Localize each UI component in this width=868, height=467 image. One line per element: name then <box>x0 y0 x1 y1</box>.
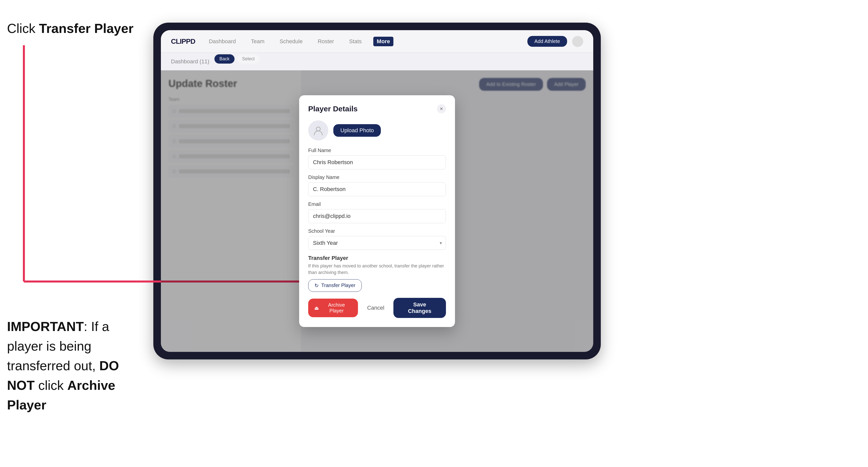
display-name-label: Display Name <box>308 175 446 180</box>
nav-item-team[interactable]: Team <box>247 37 268 46</box>
header-right: Add Athlete <box>527 36 583 47</box>
transfer-player-button[interactable]: ↻ Transfer Player <box>308 279 362 292</box>
svg-point-0 <box>316 127 320 131</box>
tablet-device: CLIPPD Dashboard Team Schedule Roster St… <box>153 23 601 360</box>
sub-header: Dashboard (11) Back Select <box>161 53 593 70</box>
transfer-section: Transfer Player If this player has moved… <box>308 255 446 291</box>
instruction-top: Click Transfer Player <box>7 20 133 37</box>
transfer-section-label: Transfer Player <box>308 255 446 261</box>
school-year-select[interactable]: Freshman Sophomore Junior Senior Fifth Y… <box>308 236 446 250</box>
avatar-section: Upload Photo <box>308 120 446 141</box>
school-year-label: School Year <box>308 228 446 234</box>
avatar <box>308 120 328 141</box>
nav-item-schedule[interactable]: Schedule <box>276 37 306 46</box>
sub-tab-bar: Back Select <box>214 54 260 64</box>
nav-item-roster[interactable]: Roster <box>314 37 338 46</box>
tab-back[interactable]: Back <box>214 54 235 64</box>
player-details-modal: Player Details × Uploa <box>299 95 455 327</box>
email-label: Email <box>308 201 446 207</box>
nav-item-more[interactable]: More <box>373 37 394 46</box>
user-avatar <box>572 36 583 47</box>
add-athlete-button[interactable]: Add Athlete <box>527 36 567 47</box>
instruction-bold: Transfer Player <box>39 21 133 36</box>
tab-select[interactable]: Select <box>237 54 260 64</box>
upload-photo-button[interactable]: Upload Photo <box>333 124 381 137</box>
transfer-icon: ↻ <box>314 282 319 288</box>
school-year-group: School Year Freshman Sophomore Junior Se… <box>308 228 446 250</box>
full-name-group: Full Name <box>308 148 446 169</box>
important-label: IMPORTANT <box>7 319 84 334</box>
app-header: CLIPPD Dashboard Team Schedule Roster St… <box>161 30 593 53</box>
cancel-button[interactable]: Cancel <box>362 301 389 315</box>
main-content: Update Roster Team <box>161 70 593 352</box>
school-year-select-wrapper: Freshman Sophomore Junior Senior Fifth Y… <box>308 236 446 250</box>
tablet-screen: CLIPPD Dashboard Team Schedule Roster St… <box>161 30 593 352</box>
display-name-group: Display Name <box>308 175 446 196</box>
modal-overlay: Player Details × Uploa <box>161 70 593 352</box>
email-input[interactable] <box>308 209 446 223</box>
nav-items: Dashboard Team Schedule Roster Stats Mor… <box>205 37 517 46</box>
save-changes-button[interactable]: Save Changes <box>394 298 446 318</box>
transfer-description: If this player has moved to another scho… <box>308 263 446 276</box>
display-name-input[interactable] <box>308 182 446 196</box>
email-group: Email <box>308 201 446 223</box>
nav-item-stats[interactable]: Stats <box>346 37 365 46</box>
archive-player-button[interactable]: ⏏ Archive Player <box>308 299 358 317</box>
full-name-label: Full Name <box>308 148 446 153</box>
nav-item-dashboard[interactable]: Dashboard <box>205 37 240 46</box>
instruction-bottom: IMPORTANT: If a player is being transfer… <box>7 317 148 415</box>
modal-title: Player Details <box>308 104 358 113</box>
app-logo: CLIPPD <box>171 37 195 45</box>
modal-close-button[interactable]: × <box>437 104 446 113</box>
sub-header-text: Dashboard (11) <box>171 58 209 65</box>
avatar-svg-icon <box>313 125 323 135</box>
modal-footer: ⏏ Archive Player Cancel Save Changes <box>308 298 446 318</box>
archive-icon: ⏏ <box>314 305 319 311</box>
modal-header: Player Details × <box>308 104 446 113</box>
full-name-input[interactable] <box>308 155 446 169</box>
